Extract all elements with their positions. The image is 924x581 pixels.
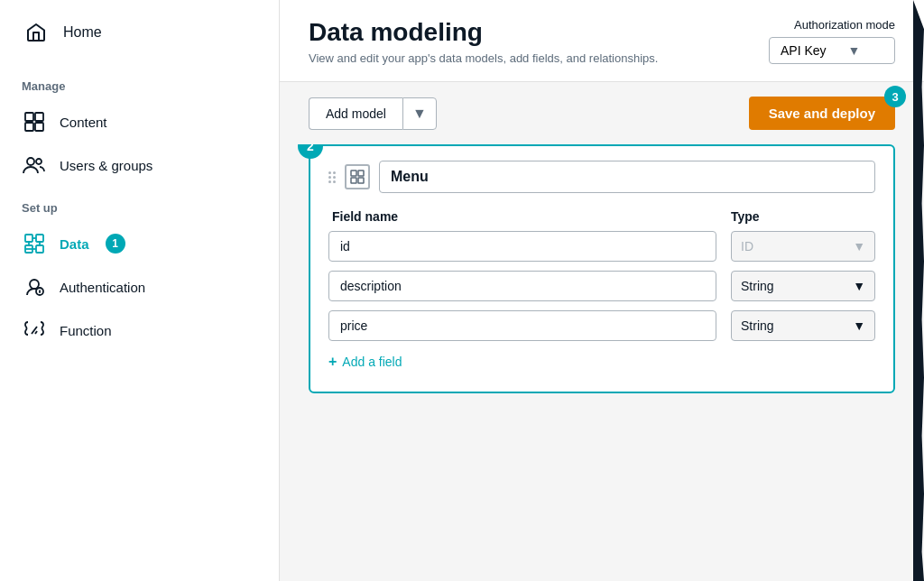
add-field-button[interactable]: + Add a field	[328, 350, 402, 374]
sidebar-item-function[interactable]: Function	[0, 309, 279, 352]
svg-rect-6	[25, 235, 32, 242]
toolbar: Add model ▼ Save and deploy 3	[280, 82, 924, 144]
svg-rect-21	[358, 171, 364, 176]
field-col-name-header: Field name	[328, 209, 716, 224]
auth-mode-select[interactable]: API Key ▼	[769, 37, 895, 64]
field-type-value-description: String	[741, 279, 774, 293]
fields-table: Field name Type ID ▼ String ▼	[328, 209, 875, 374]
field-name-input-price[interactable]	[328, 310, 716, 341]
model-name-input[interactable]	[379, 161, 875, 193]
auth-label: Authentication	[60, 280, 145, 295]
function-label: Function	[60, 323, 112, 338]
add-model-btn-group: Add model ▼	[309, 97, 437, 130]
chevron-down-icon: ▼	[853, 318, 865, 333]
manage-section-title: Manage	[0, 65, 279, 100]
field-type-select-price[interactable]: String ▼	[731, 310, 875, 341]
chevron-down-icon: ▼	[853, 239, 865, 254]
svg-point-4	[27, 158, 34, 165]
content-label: Content	[60, 115, 107, 130]
main-header: Data modeling View and edit your app's d…	[280, 0, 924, 82]
svg-rect-23	[358, 178, 364, 183]
drag-handle[interactable]	[328, 171, 336, 183]
chevron-down-icon: ▼	[412, 106, 427, 122]
svg-point-5	[36, 159, 42, 164]
add-model-dropdown-button[interactable]: ▼	[402, 97, 437, 130]
model-icon	[345, 164, 370, 189]
sidebar-item-authentication[interactable]: Authentication	[0, 265, 279, 309]
main-content: Data modeling View and edit your app's d…	[280, 0, 924, 581]
sidebar-item-home[interactable]: Home	[0, 0, 279, 65]
field-name-input-id[interactable]	[328, 231, 716, 262]
auth-mode-value: API Key	[781, 43, 827, 58]
sidebar-item-users-groups[interactable]: Users & groups	[0, 143, 279, 187]
data-badge: 1	[106, 234, 125, 254]
model-card-container: 2	[280, 144, 924, 581]
sidebar-item-content[interactable]: Content	[0, 100, 279, 143]
svg-rect-7	[36, 235, 43, 242]
sidebar: Home Manage Content Users & groups Set u…	[0, 0, 280, 581]
fields-header: Field name Type	[328, 209, 875, 231]
svg-line-19	[35, 331, 37, 334]
field-type-select-description[interactable]: String ▼	[731, 271, 875, 301]
field-row-price: String ▼	[328, 310, 875, 341]
setup-section-title: Set up	[0, 187, 279, 222]
users-icon	[22, 152, 47, 178]
page-title: Data modeling	[309, 18, 658, 47]
save-deploy-badge: 3	[884, 86, 906, 107]
model-badge: 2	[298, 144, 323, 159]
auth-mode-container: Authorization mode API Key ▼	[769, 18, 895, 64]
field-name-input-description[interactable]	[328, 271, 716, 301]
chevron-down-icon: ▼	[848, 43, 861, 58]
model-card: 2	[309, 144, 895, 393]
add-field-label: Add a field	[342, 355, 402, 369]
users-groups-label: Users & groups	[60, 158, 152, 173]
chevron-down-icon: ▼	[853, 279, 865, 293]
auth-mode-label: Authorization mode	[794, 18, 895, 32]
svg-point-14	[30, 280, 39, 289]
field-type-value-id: ID	[741, 239, 753, 254]
svg-rect-1	[35, 113, 43, 121]
data-label: Data	[60, 236, 89, 252]
field-row-description: String ▼	[328, 271, 875, 301]
svg-rect-22	[351, 178, 356, 183]
function-icon	[22, 318, 47, 343]
home-icon	[22, 18, 51, 47]
svg-rect-0	[25, 113, 33, 121]
content-icon	[22, 109, 47, 134]
svg-rect-9	[36, 245, 43, 253]
auth-icon	[22, 274, 47, 300]
svg-rect-3	[35, 123, 43, 131]
save-deploy-button[interactable]: Save and deploy 3	[749, 97, 895, 130]
field-row-id: ID ▼	[328, 231, 875, 262]
header-text: Data modeling View and edit your app's d…	[309, 18, 658, 67]
svg-rect-20	[351, 171, 356, 176]
sidebar-item-data[interactable]: Data 1	[0, 222, 279, 265]
field-type-select-id: ID ▼	[731, 231, 875, 262]
svg-rect-2	[25, 123, 33, 131]
field-type-value-price: String	[741, 318, 774, 333]
plus-icon: +	[328, 354, 337, 370]
home-label: Home	[63, 24, 102, 41]
model-card-header	[328, 161, 875, 193]
page-subtitle: View and edit your app's data models, ad…	[309, 51, 658, 67]
field-col-type-header: Type	[731, 209, 875, 224]
add-model-button[interactable]: Add model	[309, 97, 402, 130]
data-icon	[22, 231, 47, 256]
